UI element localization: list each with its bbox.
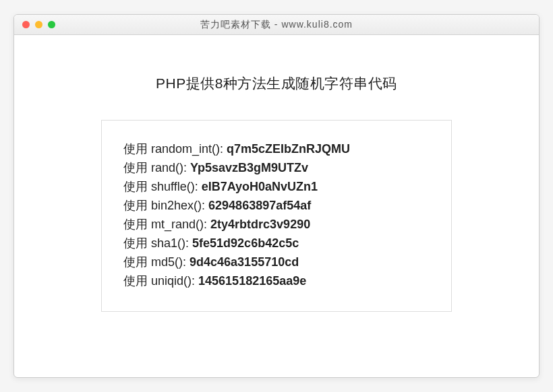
row-func: sha1() — [151, 236, 185, 250]
row-label: 使用 — [123, 161, 151, 174]
row-value: 6294863897af54af — [208, 199, 311, 212]
list-item: 使用 shuffle(): eIB7AyoH0aNvUZn1 — [123, 178, 430, 196]
list-item: 使用 md5(): 9d4c46a3155710cd — [123, 253, 430, 271]
page-content: PHP提供8种方法生成随机字符串代码 使用 random_int(): q7m5… — [14, 35, 539, 377]
row-value: 5fe51d92c6b42c5c — [192, 236, 299, 250]
browser-window: 苦力吧素材下载 - www.kuli8.com PHP提供8种方法生成随机字符串… — [13, 14, 540, 378]
row-label: 使用 — [123, 255, 151, 269]
row-label: 使用 — [123, 236, 151, 250]
row-func: md5() — [151, 255, 183, 269]
list-item: 使用 random_int(): q7m5cZEIbZnRJQMU — [123, 140, 430, 158]
row-value: q7m5cZEIbZnRJQMU — [227, 142, 350, 156]
page-title: PHP提供8种方法生成随机字符串代码 — [156, 74, 397, 93]
window-title: 苦力吧素材下载 - www.kuli8.com — [14, 19, 539, 31]
results-panel: 使用 random_int(): q7m5cZEIbZnRJQMU 使用 ran… — [101, 120, 452, 312]
row-func: mt_rand() — [151, 218, 204, 231]
row-func: uniqid() — [151, 274, 192, 288]
row-func: bin2hex() — [151, 199, 202, 212]
row-label: 使用 — [123, 142, 151, 156]
row-label: 使用 — [123, 180, 151, 193]
list-item: 使用 mt_rand(): 2ty4rbtdrc3v9290 — [123, 216, 430, 234]
titlebar: 苦力吧素材下载 - www.kuli8.com — [14, 15, 539, 35]
minimize-icon[interactable] — [35, 21, 42, 28]
maximize-icon[interactable] — [48, 21, 55, 28]
row-value: 9d4c46a3155710cd — [190, 255, 299, 269]
row-value: eIB7AyoH0aNvUZn1 — [202, 180, 318, 193]
traffic-lights — [14, 21, 55, 28]
row-label: 使用 — [123, 199, 151, 212]
row-label: 使用 — [123, 218, 151, 231]
row-label: 使用 — [123, 274, 151, 288]
close-icon[interactable] — [22, 21, 30, 28]
row-value: 145615182165aa9e — [198, 274, 306, 288]
list-item: 使用 rand(): Yp5savzB3gM9UTZv — [123, 159, 430, 177]
list-item: 使用 uniqid(): 145615182165aa9e — [123, 272, 430, 290]
row-func: shuffle() — [151, 180, 195, 193]
row-value: Yp5savzB3gM9UTZv — [190, 161, 308, 174]
row-value: 2ty4rbtdrc3v9290 — [210, 218, 310, 231]
row-func: random_int() — [151, 142, 220, 156]
row-func: rand() — [151, 161, 183, 174]
list-item: 使用 sha1(): 5fe51d92c6b42c5c — [123, 234, 430, 253]
list-item: 使用 bin2hex(): 6294863897af54af — [123, 197, 430, 215]
